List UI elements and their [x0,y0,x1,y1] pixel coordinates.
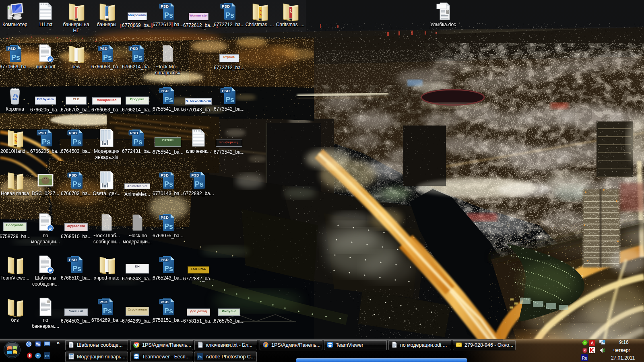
svg-text:Ps: Ps [198,355,202,359]
svg-text:Ru: Ru [582,356,587,360]
svg-text:Ps: Ps [45,354,49,358]
svg-text:m: m [27,342,30,346]
